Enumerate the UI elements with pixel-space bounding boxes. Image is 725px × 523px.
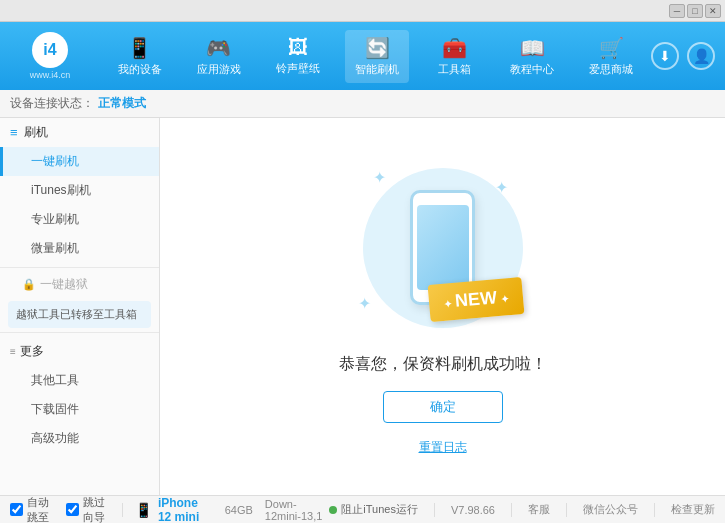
bottom-separator-5 xyxy=(654,503,655,517)
smart-flash-icon: 🔄 xyxy=(365,36,390,60)
nav-my-device[interactable]: 📱 我的设备 xyxy=(108,30,172,83)
sidebar: ≡ 刷机 一键刷机 iTunes刷机 专业刷机 微量刷机 🔒 一键越狱 越狱工具… xyxy=(0,118,160,495)
logo-area: i4 www.i4.cn xyxy=(0,32,100,80)
other-tools-label: 其他工具 xyxy=(31,373,79,387)
flash-section-icon: ≡ xyxy=(10,125,18,140)
itunes-status-label: 阻止iTunes运行 xyxy=(341,502,418,517)
tutorial-icon: 📖 xyxy=(520,36,545,60)
sparkle-2: ✦ xyxy=(495,178,508,197)
flash-section-label: 刷机 xyxy=(24,124,48,141)
phone-screen xyxy=(417,205,469,290)
firmware-label: Down-12mini-13,1 xyxy=(265,498,322,522)
version-label: V7.98.66 xyxy=(451,504,495,516)
restart-link[interactable]: 重置日志 xyxy=(419,439,467,456)
itunes-flash-label: iTunes刷机 xyxy=(31,183,91,197)
sidebar-one-key-flash[interactable]: 一键刷机 xyxy=(0,147,159,176)
sparkle-1: ✦ xyxy=(373,168,386,187)
sidebar-download-firmware[interactable]: 下载固件 xyxy=(0,395,159,424)
maximize-button[interactable]: □ xyxy=(687,4,703,18)
itunes-dot xyxy=(329,506,337,514)
download-button[interactable]: ⬇ xyxy=(651,42,679,70)
skip-wizard-label: 跳过向导 xyxy=(83,495,110,524)
skip-wizard-checkbox[interactable]: 跳过向导 xyxy=(66,495,110,524)
logo-subtitle: www.i4.cn xyxy=(30,70,71,80)
sidebar-advanced[interactable]: 高级功能 xyxy=(0,424,159,453)
header-right: ⬇ 👤 xyxy=(651,42,725,70)
disabled-jailbreak-label: 一键越狱 xyxy=(40,276,88,293)
check-update-link[interactable]: 检查更新 xyxy=(671,502,715,517)
nav-wallpaper[interactable]: 🖼 铃声壁纸 xyxy=(266,30,330,82)
logo-icon: i4 xyxy=(32,32,68,68)
my-device-label: 我的设备 xyxy=(118,62,162,77)
bottom-left: 自动跳至 跳过向导 📱 iPhone 12 mini 64GB Down-12m… xyxy=(10,495,329,524)
device-phone-icon: 📱 xyxy=(135,502,152,518)
sidebar-divider-1 xyxy=(0,267,159,268)
sidebar-disabled-jailbreak: 🔒 一键越狱 xyxy=(0,272,159,297)
device-storage: 64GB xyxy=(225,504,253,516)
close-button[interactable]: ✕ xyxy=(705,4,721,18)
nav-tutorial[interactable]: 📖 教程中心 xyxy=(500,30,564,83)
bottom-separator-3 xyxy=(511,503,512,517)
advanced-label: 高级功能 xyxy=(31,431,79,445)
sidebar-notice: 越狱工具已转移至工具箱 xyxy=(8,301,151,328)
auto-jump-checkbox[interactable]: 自动跳至 xyxy=(10,495,54,524)
sidebar-other-tools[interactable]: 其他工具 xyxy=(0,366,159,395)
customer-service-link[interactable]: 客服 xyxy=(528,502,550,517)
store-label: 爱思商城 xyxy=(589,62,633,77)
storage-label: 64GB xyxy=(225,504,253,516)
sidebar-divider-2 xyxy=(0,332,159,333)
confirm-button[interactable]: 确定 xyxy=(383,391,503,423)
success-content: ✦ ✦ ✦ NEW 恭喜您，保资料刷机成功啦！ 确定 重置日志 xyxy=(339,158,547,456)
minimize-button[interactable]: ─ xyxy=(669,4,685,18)
device-info: 📱 iPhone 12 mini xyxy=(135,496,213,524)
skip-wizard-input[interactable] xyxy=(66,503,79,516)
status-value: 正常模式 xyxy=(98,95,146,112)
micro-flash-label: 微量刷机 xyxy=(31,241,79,255)
apps-icon: 🎮 xyxy=(206,36,231,60)
bottom-separator-2 xyxy=(434,503,435,517)
notice-text: 越狱工具已转移至工具箱 xyxy=(16,308,137,320)
flash-section-header[interactable]: ≡ 刷机 xyxy=(0,118,159,147)
tutorial-label: 教程中心 xyxy=(510,62,554,77)
more-section-header: ≡ 更多 xyxy=(0,337,159,366)
wallpaper-icon: 🖼 xyxy=(288,36,308,59)
bottom-separator-4 xyxy=(566,503,567,517)
sidebar-pro-flash[interactable]: 专业刷机 xyxy=(0,205,159,234)
download-firmware-label: 下载固件 xyxy=(31,402,79,416)
device-firmware: Down-12mini-13,1 xyxy=(265,498,330,522)
wallpaper-label: 铃声壁纸 xyxy=(276,61,320,76)
device-name: iPhone 12 mini xyxy=(158,496,213,524)
status-bar: 设备连接状态： 正常模式 xyxy=(0,90,725,118)
wechat-link[interactable]: 微信公众号 xyxy=(583,502,638,517)
pro-flash-label: 专业刷机 xyxy=(31,212,79,226)
toolbox-label: 工具箱 xyxy=(438,62,471,77)
sidebar-micro-flash[interactable]: 微量刷机 xyxy=(0,234,159,263)
store-icon: 🛒 xyxy=(599,36,624,60)
status-label: 设备连接状态： xyxy=(10,95,94,112)
bottom-right: 阻止iTunes运行 V7.98.66 客服 微信公众号 检查更新 xyxy=(329,502,715,517)
apps-label: 应用游戏 xyxy=(197,62,241,77)
one-key-flash-label: 一键刷机 xyxy=(31,154,79,168)
nav-smart-flash[interactable]: 🔄 智能刷机 xyxy=(345,30,409,83)
toolbox-icon: 🧰 xyxy=(442,36,467,60)
nav-bar: 📱 我的设备 🎮 应用游戏 🖼 铃声壁纸 🔄 智能刷机 🧰 工具箱 📖 教程中心… xyxy=(100,22,651,90)
header: i4 www.i4.cn 📱 我的设备 🎮 应用游戏 🖼 铃声壁纸 🔄 智能刷机… xyxy=(0,22,725,90)
title-bar: ─ □ ✕ xyxy=(0,0,725,22)
nav-apps-games[interactable]: 🎮 应用游戏 xyxy=(187,30,251,83)
phone-illustration: ✦ ✦ ✦ NEW xyxy=(343,158,543,338)
new-badge: NEW xyxy=(427,276,524,321)
bottom-bar: 自动跳至 跳过向导 📱 iPhone 12 mini 64GB Down-12m… xyxy=(0,495,725,523)
sidebar-itunes-flash[interactable]: iTunes刷机 xyxy=(0,176,159,205)
smart-flash-label: 智能刷机 xyxy=(355,62,399,77)
more-section-label: 更多 xyxy=(20,343,44,360)
itunes-status: 阻止iTunes运行 xyxy=(329,502,418,517)
auto-jump-input[interactable] xyxy=(10,503,23,516)
more-section-icon: ≡ xyxy=(10,346,16,357)
bottom-separator-1 xyxy=(122,503,123,517)
main-layout: ≡ 刷机 一键刷机 iTunes刷机 专业刷机 微量刷机 🔒 一键越狱 越狱工具… xyxy=(0,118,725,495)
lock-icon: 🔒 xyxy=(22,278,36,291)
success-text: 恭喜您，保资料刷机成功啦！ xyxy=(339,354,547,375)
user-button[interactable]: 👤 xyxy=(687,42,715,70)
nav-store[interactable]: 🛒 爱思商城 xyxy=(579,30,643,83)
nav-toolbox[interactable]: 🧰 工具箱 xyxy=(425,30,485,83)
